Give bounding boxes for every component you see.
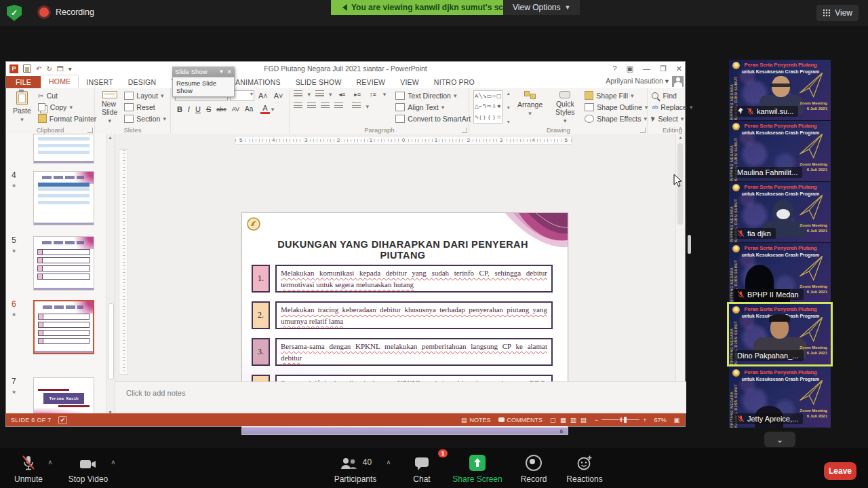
columns-icon[interactable]	[352, 102, 361, 110]
thumbnail-panel-scrollbar[interactable]: ▲ ▼	[106, 134, 115, 416]
start-slideshow-icon[interactable]: 🗖	[57, 65, 64, 73]
ribbon-display-options-icon[interactable]: ▣	[627, 64, 633, 73]
stop-video-button[interactable]: Stop Video ˄	[61, 453, 115, 484]
account-name[interactable]: Aprilyani Nasution ▾	[606, 77, 669, 85]
drawing-dialog-launcher-icon[interactable]	[640, 128, 646, 133]
unmute-button[interactable]: Unmute ˄	[5, 453, 52, 484]
participants-button[interactable]: 40 Participants ˄	[324, 453, 387, 484]
item-text-box[interactable]: Melakukan tracing keberadaan debitur khu…	[275, 301, 553, 329]
scroll-up-icon[interactable]: ▲	[108, 135, 113, 140]
shape-effects-button[interactable]: Shape Effects ▾	[585, 113, 648, 124]
justify-icon[interactable]	[334, 102, 343, 110]
tab-view[interactable]: VIEW	[393, 76, 427, 88]
reset-button[interactable]: Reset	[124, 102, 166, 112]
leave-button[interactable]: Leave	[824, 462, 856, 480]
decrease-font-icon[interactable]: A˅	[272, 92, 285, 100]
decrease-indent-icon[interactable]: ◂≡	[337, 91, 348, 98]
toolbar-close-icon[interactable]: ✕	[226, 69, 232, 75]
item-text-box[interactable]: Bersama-sama dengan KPKNL melakukan pemb…	[275, 338, 553, 366]
view-options-button[interactable]: View Options ▼	[503, 0, 580, 15]
section-button[interactable]: Section ▾	[124, 113, 166, 124]
qat-customize-chevron-icon[interactable]: ▾	[68, 65, 72, 73]
notes-pane[interactable]: Click to add notes	[115, 381, 686, 413]
bullets-icon[interactable]	[294, 90, 302, 98]
convert-smartart-button[interactable]: Convert to SmartArt ▾	[395, 113, 476, 124]
close-icon[interactable]: ✕	[676, 64, 682, 73]
spell-check-icon[interactable]: ✔	[58, 416, 68, 424]
slide-thumbnail-partial[interactable]	[33, 134, 94, 164]
shape-fill-button[interactable]: Shape Fill ▾	[585, 90, 648, 100]
italic-button[interactable]: I	[186, 105, 192, 113]
comments-toggle[interactable]: COMMENTS	[498, 417, 543, 424]
format-painter-button[interactable]: Format Painter	[38, 113, 96, 124]
zoom-slider[interactable]: − +	[595, 417, 647, 424]
shapes-gallery[interactable]: A╲↘▭○▢ △⌐↰⇨⇩★ ∿(){}☆	[473, 90, 502, 124]
participant-video-kanwil-su[interactable]: Peran Serta Penyerah Piutanguntuk Kesuks…	[729, 60, 831, 120]
tab-nitro-pro[interactable]: NITRO PRO	[427, 76, 482, 88]
layout-button[interactable]: Layout ▾	[124, 90, 166, 100]
tab-design[interactable]: DESIGN	[121, 76, 163, 88]
slide-title[interactable]: DUKUNGAN YANG DIHARAPKAN DARI PENYERAH P…	[261, 239, 545, 261]
undo-icon[interactable]: ↶	[36, 65, 41, 73]
align-right-icon[interactable]	[321, 102, 330, 110]
increase-font-icon[interactable]: A˄	[256, 92, 270, 100]
replace-button[interactable]: abReplace ▾	[652, 102, 692, 112]
meeting-info-shield-icon[interactable]: ✓	[7, 5, 22, 21]
participant-video-dino-pakpahan[interactable]: Peran Serta Penyerah Piutanguntuk Kesuks…	[729, 304, 831, 364]
cut-button[interactable]: ✂Cut	[38, 90, 96, 100]
tab-file[interactable]: FILE	[6, 76, 41, 88]
new-slide-button[interactable]: New Slide▾	[99, 90, 120, 125]
shapes-gallery-scroll[interactable]: ▲▼▼	[507, 90, 511, 125]
chat-button[interactable]: 1 Chat	[402, 453, 441, 484]
clipboard-dialog-launcher-icon[interactable]	[87, 128, 93, 133]
audio-options-chevron-icon[interactable]: ˄	[48, 459, 52, 466]
participant-video-maulina-fahmilit[interactable]: Peran Serta Penyerah Piutanguntuk Kesuks…	[729, 121, 831, 181]
underline-button[interactable]: U	[193, 105, 203, 113]
scroll-up-icon[interactable]: ▲	[678, 135, 683, 140]
increase-indent-icon[interactable]: ▸≡	[352, 91, 363, 98]
sidebar-collapse-handle[interactable]	[688, 235, 691, 254]
arrange-button[interactable]: Arrange▾	[515, 90, 545, 125]
toolbar-dropdown-icon[interactable]: ▼	[219, 69, 224, 75]
share-screen-button[interactable]: Share Screen	[446, 453, 509, 484]
view-button[interactable]: View	[816, 5, 859, 21]
shadow-button[interactable]: S	[204, 105, 213, 113]
align-left-icon[interactable]	[294, 102, 302, 110]
change-case-button[interactable]: Aa	[243, 105, 255, 113]
strikethrough-button[interactable]: abc	[214, 106, 229, 113]
reactions-button[interactable]: Reactions	[560, 453, 609, 484]
paragraph-dialog-launcher-icon[interactable]	[462, 128, 467, 133]
tab-review[interactable]: REVIEW	[349, 76, 393, 88]
select-button[interactable]: Select ▾	[652, 113, 692, 124]
slide-sorter-view-icon[interactable]: ▦	[560, 416, 567, 424]
slideshow-view-icon[interactable]: ▤	[580, 416, 587, 424]
zoom-out-icon[interactable]: −	[595, 417, 598, 424]
slide-thumbnail-7[interactable]: Terima Kasih	[33, 377, 94, 416]
quick-styles-button[interactable]: Quick Styles▾	[549, 90, 580, 125]
reading-view-icon[interactable]: ▥	[570, 416, 577, 424]
normal-view-icon[interactable]: ▢	[550, 416, 557, 424]
zoom-in-icon[interactable]: +	[643, 417, 646, 424]
participant-video-fia-djkn[interactable]: Peran Serta Penyerah Piutanguntuk Kesuks…	[729, 182, 831, 242]
slide-thumbnail-6-selected[interactable]	[33, 300, 94, 354]
item-number-box[interactable]: 1.	[252, 265, 270, 293]
resume-slideshow-menu-item[interactable]: Resume Slide Show	[172, 77, 235, 97]
participant-video-jetty-apreice[interactable]: Peran Serta Penyerah Piutanguntuk Kesuks…	[729, 367, 831, 428]
tab-animations[interactable]: ANIMATIONS	[228, 76, 288, 88]
tab-insert[interactable]: INSERT	[79, 76, 121, 88]
align-text-button[interactable]: Align Text ▾	[395, 102, 476, 112]
zoom-percent[interactable]: 67%	[654, 417, 666, 424]
minimize-icon[interactable]: —	[643, 64, 650, 73]
copy-button[interactable]: Copy ▾	[38, 102, 96, 112]
help-icon[interactable]: ?	[612, 64, 616, 73]
save-icon[interactable]	[23, 64, 31, 73]
more-participants-chevron-button[interactable]: ⌄	[764, 432, 795, 447]
numbering-icon[interactable]	[315, 90, 324, 98]
tab-slide-show[interactable]: SLIDE SHOW	[288, 76, 349, 88]
participant-video-bphp-ii-medan[interactable]: Peran Serta Penyerah Piutanguntuk Kesuks…	[729, 243, 831, 303]
slide-thumbnail-5[interactable]	[33, 236, 94, 290]
slide-thumbnail-4[interactable]	[33, 171, 94, 225]
character-spacing-button[interactable]: AV	[230, 106, 241, 113]
collapse-ribbon-icon[interactable]: ˄	[679, 126, 682, 132]
account-avatar[interactable]	[672, 76, 684, 87]
